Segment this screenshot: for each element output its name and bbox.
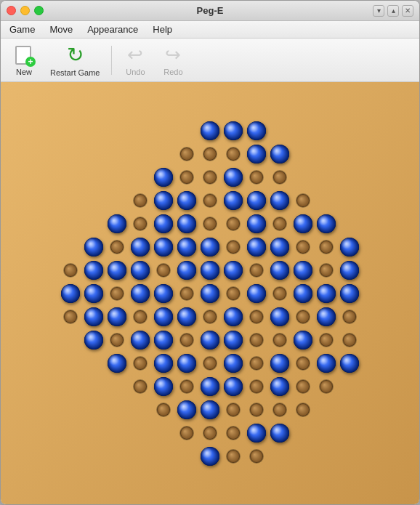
toolbar: + New ↻ Restart Game ↩ Undo ↪ Redo (1, 39, 419, 82)
maximize-button[interactable] (34, 6, 44, 15)
redo-icon: ↪ (161, 44, 185, 66)
redo-arrow-icon: ↪ (165, 44, 181, 66)
menu-bar: Game Move Appearance Help (1, 21, 419, 39)
new-icon: + (12, 44, 36, 66)
board-container (1, 82, 419, 504)
new-page-icon: + (14, 45, 34, 65)
game-area[interactable] (1, 82, 419, 504)
app-window: Peg-E ▾ ▴ ✕ Game Move Appearance Help + … (0, 0, 420, 505)
minimize-button[interactable] (20, 6, 30, 15)
restart-icon: ↻ (63, 44, 86, 67)
menu-game[interactable]: Game (4, 23, 41, 36)
chevron-up-icon[interactable]: ▴ (387, 5, 399, 17)
menu-appearance[interactable]: Appearance (81, 23, 144, 36)
game-canvas[interactable] (21, 108, 399, 479)
close-button[interactable] (7, 6, 16, 15)
restart-arrow-icon: ↻ (67, 43, 84, 67)
menu-move[interactable]: Move (44, 23, 78, 36)
chevron-down-icon[interactable]: ▾ (373, 5, 384, 17)
redo-label: Redo (163, 68, 182, 76)
window-title: Peg-E (197, 5, 224, 16)
new-button[interactable]: + New (7, 41, 41, 79)
close-icon[interactable]: ✕ (402, 5, 413, 17)
undo-arrow-icon: ↩ (127, 44, 143, 66)
title-right-controls: ▾ ▴ ✕ (373, 5, 413, 17)
undo-icon: ↩ (124, 44, 147, 66)
toolbar-separator (111, 46, 112, 75)
plus-circle-icon: + (25, 57, 36, 67)
title-bar: Peg-E ▾ ▴ ✕ (1, 1, 419, 21)
undo-label: Undo (126, 68, 145, 76)
window-controls (7, 6, 44, 15)
menu-help[interactable]: Help (147, 23, 178, 36)
new-label: New (16, 68, 32, 76)
redo-button[interactable]: ↪ Redo (156, 41, 190, 79)
restart-button[interactable]: ↻ Restart Game (44, 41, 105, 79)
restart-label: Restart Game (50, 68, 100, 77)
undo-button[interactable]: ↩ Undo (118, 41, 153, 79)
